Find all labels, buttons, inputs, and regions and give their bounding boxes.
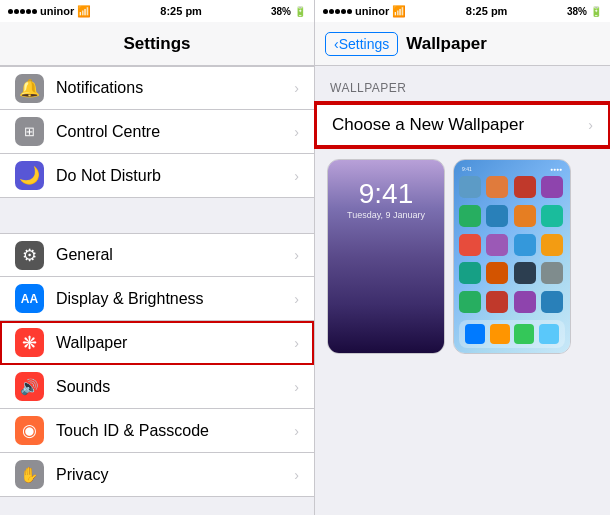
wallpaper-chevron: › bbox=[294, 335, 299, 351]
sounds-icon: 🔊 bbox=[15, 372, 44, 401]
sounds-label: Sounds bbox=[56, 378, 294, 396]
app-icon-15 bbox=[514, 262, 536, 284]
touch-id-label: Touch ID & Passcode bbox=[56, 422, 294, 440]
right-status-bar: uninor 📶 8:25 pm 38% 🔋 bbox=[315, 0, 610, 22]
app-icon-6 bbox=[486, 205, 508, 227]
app-icon-2 bbox=[486, 176, 508, 198]
settings-list: 🔔 Notifications › ⊞ Control Centre › 🌙 D… bbox=[0, 66, 314, 515]
settings-group-1: 🔔 Notifications › ⊞ Control Centre › 🌙 D… bbox=[0, 66, 314, 198]
app-icon-17 bbox=[459, 291, 481, 313]
app-icon-10 bbox=[486, 234, 508, 256]
home-screen-preview[interactable]: 9:41 ●●●● bbox=[453, 159, 571, 354]
dock-safari-icon bbox=[539, 324, 559, 344]
choose-wallpaper-label: Choose a New Wallpaper bbox=[332, 115, 588, 135]
right-status-carrier: uninor 📶 bbox=[323, 5, 406, 18]
battery-icon: 🔋 bbox=[294, 6, 306, 17]
touch-id-chevron: › bbox=[294, 423, 299, 439]
app-icon-9 bbox=[459, 234, 481, 256]
right-nav-title: Wallpaper bbox=[406, 34, 487, 54]
section-separator-1 bbox=[0, 198, 314, 233]
display-brightness-icon: AA bbox=[15, 284, 44, 313]
choose-wallpaper-chevron: › bbox=[588, 117, 593, 133]
app-icon-7 bbox=[514, 205, 536, 227]
settings-item-general[interactable]: ⚙ General › bbox=[0, 233, 314, 277]
settings-item-control-centre[interactable]: ⊞ Control Centre › bbox=[0, 110, 314, 154]
right-status-battery: 38% 🔋 bbox=[567, 6, 602, 17]
lock-screen-wallpaper: 9:41 Tuesday, 9 January bbox=[328, 160, 444, 353]
right-battery-icon: 🔋 bbox=[590, 6, 602, 17]
right-carrier-name: uninor bbox=[355, 5, 389, 17]
app-icon-8 bbox=[541, 205, 563, 227]
display-brightness-label: Display & Brightness bbox=[56, 290, 294, 308]
app-icon-16 bbox=[541, 262, 563, 284]
settings-item-do-not-disturb[interactable]: 🌙 Do Not Disturb › bbox=[0, 154, 314, 198]
touch-id-icon: ◉ bbox=[15, 416, 44, 445]
home-preview-status: 9:41 ●●●● bbox=[459, 165, 565, 173]
control-centre-icon: ⊞ bbox=[15, 117, 44, 146]
app-icon-14 bbox=[486, 262, 508, 284]
left-status-bar: uninor 📶 8:25 pm 38% 🔋 bbox=[0, 0, 314, 22]
settings-item-display-brightness[interactable]: AA Display & Brightness › bbox=[0, 277, 314, 321]
settings-item-notifications[interactable]: 🔔 Notifications › bbox=[0, 66, 314, 110]
app-grid bbox=[459, 176, 565, 317]
signal-indicator bbox=[8, 9, 37, 14]
wallpaper-label: Wallpaper bbox=[56, 334, 294, 352]
home-screen-wallpaper: 9:41 ●●●● bbox=[454, 160, 570, 353]
sounds-chevron: › bbox=[294, 379, 299, 395]
wallpaper-previews: 9:41 Tuesday, 9 January 9:41 ●●●● bbox=[315, 147, 610, 366]
privacy-icon: ✋ bbox=[15, 460, 44, 489]
settings-item-wallpaper[interactable]: ❋ Wallpaper › bbox=[0, 321, 314, 365]
left-status-battery: 38% 🔋 bbox=[271, 6, 306, 17]
left-status-time: 8:25 pm bbox=[160, 5, 202, 17]
left-panel: uninor 📶 8:25 pm 38% 🔋 Settings 🔔 Notifi… bbox=[0, 0, 315, 515]
back-label: Settings bbox=[339, 36, 390, 52]
dock-music-icon bbox=[490, 324, 510, 344]
settings-item-touch-id[interactable]: ◉ Touch ID & Passcode › bbox=[0, 409, 314, 453]
dock bbox=[459, 320, 565, 348]
app-icon-13 bbox=[459, 262, 481, 284]
control-centre-chevron: › bbox=[294, 124, 299, 140]
left-nav-bar: Settings bbox=[0, 22, 314, 66]
do-not-disturb-icon: 🌙 bbox=[15, 161, 44, 190]
right-status-time: 8:25 pm bbox=[466, 5, 508, 17]
right-content: WALLPAPER Choose a New Wallpaper › 9:41 … bbox=[315, 66, 610, 515]
app-icon-20 bbox=[541, 291, 563, 313]
app-icon-4 bbox=[541, 176, 563, 198]
general-chevron: › bbox=[294, 247, 299, 263]
privacy-label: Privacy bbox=[56, 466, 294, 484]
general-label: General bbox=[56, 246, 294, 264]
app-icon-3 bbox=[514, 176, 536, 198]
left-status-carrier: uninor 📶 bbox=[8, 5, 91, 18]
wallpaper-icon: ❋ bbox=[15, 328, 44, 357]
preview-clock: 9:41 bbox=[359, 180, 414, 208]
right-signal-indicator bbox=[323, 9, 352, 14]
left-nav-title: Settings bbox=[123, 34, 190, 54]
notifications-label: Notifications bbox=[56, 79, 294, 97]
display-brightness-chevron: › bbox=[294, 291, 299, 307]
dock-messages-icon bbox=[514, 324, 534, 344]
do-not-disturb-chevron: › bbox=[294, 168, 299, 184]
general-icon: ⚙ bbox=[15, 241, 44, 270]
right-nav-bar: ‹ Settings Wallpaper bbox=[315, 22, 610, 66]
app-icon-1 bbox=[459, 176, 481, 198]
settings-item-privacy[interactable]: ✋ Privacy › bbox=[0, 453, 314, 497]
wallpaper-section-label: WALLPAPER bbox=[315, 81, 610, 103]
do-not-disturb-label: Do Not Disturb bbox=[56, 167, 294, 185]
notifications-chevron: › bbox=[294, 80, 299, 96]
control-centre-label: Control Centre bbox=[56, 123, 294, 141]
notifications-icon: 🔔 bbox=[15, 74, 44, 103]
wifi-icon: 📶 bbox=[77, 5, 91, 18]
right-panel: uninor 📶 8:25 pm 38% 🔋 ‹ Settings Wallpa… bbox=[315, 0, 610, 515]
preview-date: Tuesday, 9 January bbox=[347, 210, 425, 220]
app-icon-11 bbox=[514, 234, 536, 256]
lock-screen-preview[interactable]: 9:41 Tuesday, 9 January bbox=[327, 159, 445, 354]
app-icon-19 bbox=[514, 291, 536, 313]
back-button[interactable]: ‹ Settings bbox=[325, 32, 398, 56]
right-wifi-icon: 📶 bbox=[392, 5, 406, 18]
privacy-chevron: › bbox=[294, 467, 299, 483]
dock-phone-icon bbox=[465, 324, 485, 344]
choose-wallpaper-item[interactable]: Choose a New Wallpaper › bbox=[315, 103, 610, 147]
settings-item-sounds[interactable]: 🔊 Sounds › bbox=[0, 365, 314, 409]
carrier-name: uninor bbox=[40, 5, 74, 17]
app-icon-12 bbox=[541, 234, 563, 256]
